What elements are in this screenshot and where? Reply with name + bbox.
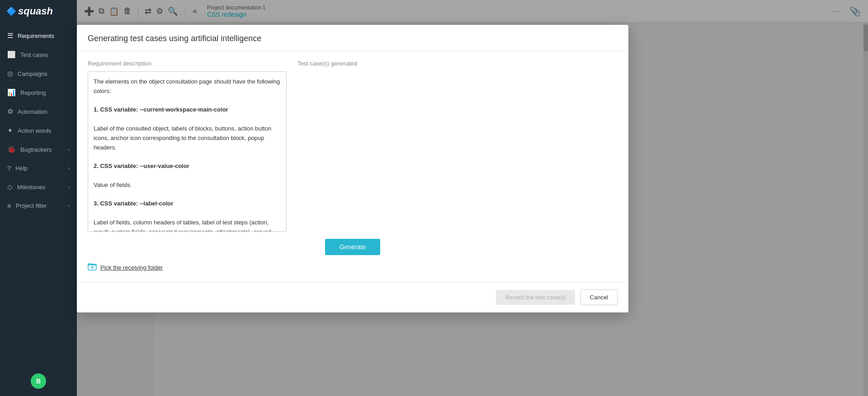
dialog-body: Requirement description The elements on … — [77, 51, 628, 282]
dialog-title: Generating test cases using artificial i… — [88, 34, 618, 43]
bugtrackers-icon: 🐞 — [7, 145, 16, 154]
sidebar-item-label: Help — [15, 165, 63, 172]
sidebar-item-reporting[interactable]: 📊 Reporting — [0, 83, 77, 102]
automation-icon: ⚙ — [7, 107, 13, 116]
sidebar-item-campaigns[interactable]: ◎ Campaigns — [0, 64, 77, 83]
folder-icon — [88, 262, 97, 273]
sidebar-item-project-filter[interactable]: ≡ Project filter › — [0, 196, 77, 215]
sidebar-item-help[interactable]: ? Help › — [0, 159, 77, 177]
requirement-textbox[interactable]: The elements on the object consultation … — [88, 71, 287, 232]
sidebar-item-label: Requirements — [18, 33, 70, 39]
sidebar-item-automation[interactable]: ⚙ Automation — [0, 102, 77, 121]
avatar[interactable]: B — [31, 373, 46, 389]
sidebar-item-test-cases[interactable]: ⬜ Test cases — [0, 45, 77, 64]
squash-logo-text: squash — [18, 5, 53, 17]
reporting-icon: 📊 — [7, 89, 16, 97]
req-css-var-1-heading: 1. CSS variable: --current-workspace-mai… — [94, 105, 281, 115]
req-css-var-3-desc: Label of fields, column headers of table… — [94, 218, 281, 232]
dialog-columns: Requirement description The elements on … — [88, 60, 618, 232]
test-cases-col-label: Test case(s) generated — [297, 60, 618, 67]
req-css-var-2-desc: Value of fields. — [94, 181, 281, 190]
project-filter-icon: ≡ — [7, 202, 11, 210]
req-css-var-1-desc: Label of the consulted object, labels of… — [94, 124, 281, 152]
action-words-icon: ✦ — [7, 126, 13, 135]
requirements-icon: ☰ — [7, 32, 13, 40]
pick-folder-row: Pick the receiving folder — [88, 262, 618, 273]
record-button: Record the test case(s) — [496, 290, 575, 305]
sidebar-item-label: Automation — [18, 108, 70, 115]
sidebar-item-label: Reporting — [20, 89, 70, 96]
generate-btn-row: Generate — [88, 239, 618, 255]
sidebar-item-bugtrackers[interactable]: 🐞 Bugtrackers › — [0, 140, 77, 159]
dialog-header: Generating test cases using artificial i… — [77, 25, 628, 51]
sidebar-logo: 🔷 squash — [0, 0, 77, 23]
sidebar-item-action-words[interactable]: ✦ Action words — [0, 121, 77, 140]
sidebar-item-label: Milestones — [17, 184, 64, 191]
req-css-var-3-heading: 3. CSS variable: --label-color — [94, 199, 281, 209]
milestones-icon: ◇ — [7, 183, 13, 191]
chevron-right-icon: › — [68, 203, 70, 208]
sidebar-item-milestones[interactable]: ◇ Milestones › — [0, 177, 77, 196]
sidebar: 🔷 squash ☰ Requirements ⬜ Test cases ◎ C… — [0, 0, 77, 396]
sidebar-item-label: Action words — [18, 127, 70, 134]
pick-folder-link[interactable]: Pick the receiving folder — [100, 264, 163, 271]
test-cases-icon: ⬜ — [7, 51, 16, 59]
sidebar-nav: ☰ Requirements ⬜ Test cases ◎ Campaigns … — [0, 26, 77, 367]
dialog-footer: Record the test case(s) Cancel — [77, 282, 628, 312]
sidebar-item-label: Test cases — [20, 51, 70, 58]
chevron-right-icon: › — [68, 185, 70, 190]
campaigns-icon: ◎ — [7, 70, 13, 78]
requirement-col-label: Requirement description — [88, 60, 287, 67]
squash-logo-icon: 🔷 — [6, 6, 16, 16]
chevron-right-icon: › — [68, 166, 70, 171]
sidebar-item-label: Bugtrackers — [20, 146, 64, 153]
req-intro-text: The elements on the object consultation … — [94, 77, 281, 96]
sidebar-item-label: Campaigns — [18, 70, 70, 77]
req-css-var-2-heading: 2. CSS variable: --user-value-color — [94, 162, 281, 171]
help-icon: ? — [7, 164, 11, 172]
chevron-right-icon: › — [68, 147, 70, 152]
requirement-column: Requirement description The elements on … — [88, 60, 287, 232]
cancel-button[interactable]: Cancel — [580, 289, 618, 305]
generate-button[interactable]: Generate — [325, 239, 380, 255]
sidebar-item-requirements[interactable]: ☰ Requirements — [0, 26, 77, 45]
sidebar-item-label: Project filter — [16, 202, 64, 209]
ai-generate-dialog: Generating test cases using artificial i… — [77, 25, 628, 312]
test-cases-column: Test case(s) generated — [297, 60, 618, 232]
